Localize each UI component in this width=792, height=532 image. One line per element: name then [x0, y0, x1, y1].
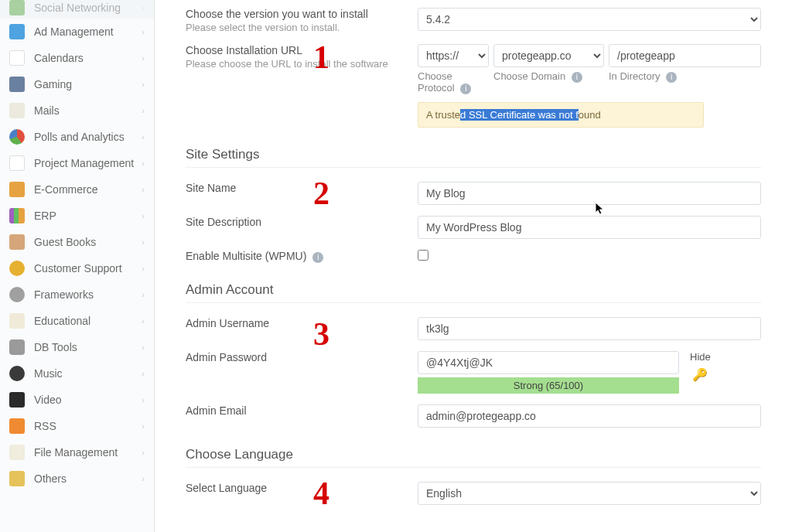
info-icon[interactable]: i	[312, 252, 323, 263]
site-name-input[interactable]	[418, 182, 761, 205]
sidebar-item-label: Video	[34, 394, 142, 406]
admin-pass-input[interactable]	[418, 351, 679, 374]
chevron-right-icon: ›	[142, 3, 145, 12]
sidebar-item-label: Ad Management	[34, 26, 142, 38]
sidebar-item-ad-management[interactable]: Ad Management ›	[0, 19, 154, 45]
sidebar-item-label: Mails	[34, 104, 142, 117]
chevron-right-icon: ›	[142, 264, 145, 273]
protocol-select[interactable]: https://	[418, 44, 489, 67]
chevron-right-icon: ›	[142, 474, 145, 483]
chevron-right-icon: ›	[142, 53, 145, 63]
site-desc-label: Site Description	[186, 216, 418, 228]
folder-icon	[9, 471, 25, 486]
annotation-3: 3	[313, 315, 329, 353]
sidebar-item-erp[interactable]: ERP ›	[0, 203, 154, 229]
sidebar-item-calendars[interactable]: Calendars ›	[0, 45, 154, 71]
version-sublabel: Please select the version to install.	[186, 22, 402, 33]
sidebar-item-video[interactable]: Video ›	[0, 387, 154, 413]
sidebar-item-label: Calendars	[34, 52, 142, 64]
chevron-right-icon: ›	[142, 290, 145, 299]
sidebar-item-music[interactable]: Music ›	[0, 360, 154, 387]
sidebar-item-label: Music	[34, 367, 142, 380]
admin-user-input[interactable]	[418, 317, 761, 340]
admin-user-label: Admin Username	[186, 317, 418, 329]
sidebar-item-label: File Management	[34, 446, 142, 459]
sidebar-item-gaming[interactable]: Gaming ›	[0, 71, 154, 97]
key-icon[interactable]: 🔑	[692, 367, 708, 382]
chevron-right-icon: ›	[142, 211, 145, 220]
cart-icon	[9, 182, 25, 197]
annotation-4: 4	[313, 475, 329, 512]
password-strength: Strong (65/100)	[418, 377, 679, 394]
hide-password-link[interactable]: Hide	[690, 351, 711, 363]
chevron-right-icon: ›	[142, 369, 145, 378]
info-icon[interactable]: i	[572, 72, 582, 83]
sidebar-item-polls-analytics[interactable]: Polls and Analytics ›	[0, 124, 154, 150]
sidebar-item-label: Polls and Analytics	[34, 131, 142, 143]
protocol-sublabel: Choose Protocol i	[418, 70, 489, 94]
sidebar-item-project-management[interactable]: Project Management ›	[0, 150, 154, 176]
gear-icon	[9, 287, 25, 302]
file-icon	[9, 445, 25, 460]
rss-icon	[9, 418, 25, 434]
sidebar-item-label: Frameworks	[34, 288, 142, 301]
users-icon	[9, 0, 25, 15]
sidebar-item-label: E-Commerce	[34, 183, 142, 196]
multisite-label: Enable Multisite (WPMU) i	[186, 250, 418, 263]
language-select[interactable]: English	[418, 482, 761, 505]
sidebar-item-label: Social Networking	[34, 2, 142, 14]
annotation-1: 1	[313, 39, 329, 76]
pie-chart-icon	[9, 129, 25, 145]
sidebar-item-label: Guest Books	[34, 236, 142, 248]
sidebar-item-file-management[interactable]: File Management ›	[0, 439, 154, 466]
clipboard-icon	[9, 155, 25, 171]
sidebar-item-label: Gaming	[34, 78, 142, 90]
chat-icon	[9, 261, 25, 276]
chevron-right-icon: ›	[142, 237, 145, 247]
sidebar-item-ecommerce[interactable]: E-Commerce ›	[0, 176, 154, 203]
site-desc-input[interactable]	[418, 216, 761, 239]
sidebar-item-customer-support[interactable]: Customer Support ›	[0, 255, 154, 281]
chevron-right-icon: ›	[142, 106, 145, 115]
sidebar-item-others[interactable]: Others ›	[0, 466, 154, 492]
sidebar-item-label: ERP	[34, 210, 142, 222]
open-book-icon	[9, 313, 25, 329]
info-icon[interactable]: i	[460, 84, 471, 94]
sidebar-item-rss[interactable]: RSS ›	[0, 413, 154, 439]
sidebar-item-label: Customer Support	[34, 262, 142, 275]
admin-email-input[interactable]	[418, 404, 761, 428]
multisite-checkbox[interactable]	[418, 250, 428, 261]
divider	[186, 467, 761, 468]
sidebar-item-guest-books[interactable]: Guest Books ›	[0, 229, 154, 255]
sidebar-item-educational[interactable]: Educational ›	[0, 308, 154, 334]
chevron-right-icon: ›	[142, 316, 145, 326]
chevron-right-icon: ›	[142, 395, 145, 404]
version-select[interactable]: 5.4.2	[418, 8, 761, 31]
divider	[186, 167, 761, 168]
site-settings-heading: Site Settings	[186, 147, 761, 162]
annotation-2: 2	[313, 175, 329, 212]
chevron-right-icon: ›	[142, 80, 145, 89]
directory-input[interactable]	[609, 44, 761, 67]
choose-language-heading: Choose Language	[186, 447, 761, 462]
info-icon[interactable]: i	[666, 72, 677, 83]
sidebar-item-mails[interactable]: Mails ›	[0, 97, 154, 124]
sidebar-item-social-networking[interactable]: Social Networking ›	[0, 0, 154, 19]
sidebar-item-frameworks[interactable]: Frameworks ›	[0, 281, 154, 308]
chevron-right-icon: ›	[142, 132, 145, 142]
arrow-icon	[9, 24, 25, 39]
sidebar-item-label: RSS	[34, 420, 142, 432]
calendar-icon	[9, 50, 25, 66]
sidebar-item-label: DB Tools	[34, 341, 142, 353]
sidebar-item-label: Project Management	[34, 157, 142, 169]
chevron-right-icon: ›	[142, 185, 145, 194]
clapperboard-icon	[9, 392, 25, 408]
install-url-sublabel: Please choose the URL to install the sof…	[186, 58, 402, 70]
admin-account-heading: Admin Account	[186, 282, 761, 298]
domain-sublabel: Choose Domain i	[493, 70, 604, 83]
sidebar-item-db-tools[interactable]: DB Tools ›	[0, 334, 154, 360]
domain-select[interactable]: protegeapp.co	[493, 44, 604, 67]
version-label: Choose the version you want to install	[186, 8, 402, 20]
music-icon	[9, 366, 25, 381]
divider	[186, 302, 761, 303]
